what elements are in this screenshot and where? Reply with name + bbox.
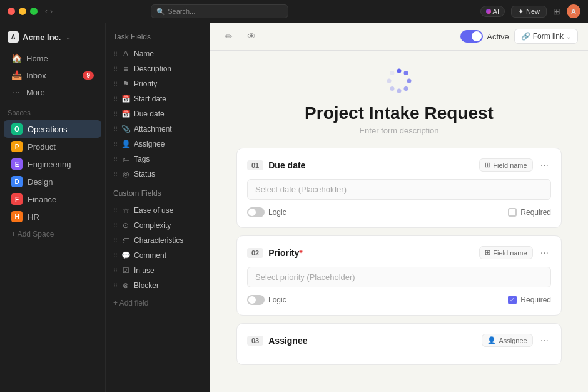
sidebar-item-product[interactable]: P Product xyxy=(4,138,101,155)
avatar[interactable]: A xyxy=(567,4,580,18)
field-item-characteristics[interactable]: ⠿ 🏷 Characteristics xyxy=(108,233,208,248)
field-item-start-date[interactable]: ⠿ 📅 Start date xyxy=(108,91,208,106)
sidebar-item-more[interactable]: ··· More xyxy=(4,84,101,100)
form-description: Enter form description xyxy=(305,126,494,135)
field-item-due-date[interactable]: ⠿ 📅 Due date xyxy=(108,106,208,121)
new-button[interactable]: ✦ New xyxy=(511,6,547,18)
svg-point-4 xyxy=(397,89,402,93)
sidebar-item-operations[interactable]: O Operations xyxy=(4,120,101,138)
card-number-02: 02 xyxy=(247,248,263,258)
home-icon: 🏠 xyxy=(11,53,21,63)
forward-icon[interactable]: › xyxy=(50,7,53,16)
active-toggle-group: Active xyxy=(460,30,509,43)
sidebar-item-home-label: Home xyxy=(26,54,48,63)
due-date-placeholder[interactable]: Select date (Placeholder) xyxy=(247,179,551,200)
maximize-button[interactable] xyxy=(30,8,38,15)
field-name-icon: ⊞ xyxy=(485,249,490,257)
drag-handle-icon: ⠿ xyxy=(113,267,118,274)
field-attachment-label: Attachment xyxy=(134,125,172,133)
field-item-comment[interactable]: ⠿ 💬 Comment xyxy=(108,248,208,263)
field-item-name[interactable]: ⠿ A Name xyxy=(108,46,208,61)
form-body: Project Intake Request Enter form descri… xyxy=(210,51,588,392)
field-description-label: Description xyxy=(134,64,171,73)
drag-handle-icon: ⠿ xyxy=(113,237,118,244)
sidebar-item-hr[interactable]: H HR xyxy=(4,208,101,225)
card-header-priority: 02 Priority* ⊞ Field name ··· xyxy=(247,246,551,259)
more-options-button-due-date[interactable]: ··· xyxy=(538,160,551,171)
required-label: Required xyxy=(520,208,551,217)
hr-space-icon: H xyxy=(11,211,23,222)
logic-toggle-due-date[interactable] xyxy=(247,207,265,217)
drag-handle-icon: ⠿ xyxy=(113,207,118,214)
sidebar-item-finance[interactable]: F Finance xyxy=(4,190,101,208)
field-comment-label: Comment xyxy=(134,251,166,260)
more-options-button-assignee[interactable]: ··· xyxy=(538,335,551,346)
field-name-label: Assignee xyxy=(499,337,527,344)
sidebar-item-inbox-label: Inbox xyxy=(26,71,46,80)
spaces-section-label: Spaces xyxy=(0,104,105,119)
field-item-tags[interactable]: ⠿ 🏷 Tags xyxy=(108,152,208,167)
card-header-assignee: 03 Assignee 👤 Assignee ··· xyxy=(247,334,551,347)
status-field-icon: ◎ xyxy=(121,170,130,178)
add-field-button[interactable]: + Add field xyxy=(106,296,210,311)
operations-space-icon: O xyxy=(11,123,23,135)
required-checkbox-due-date[interactable] xyxy=(508,208,517,217)
add-field-label: + Add field xyxy=(113,299,148,307)
custom-fields-title: Custom Fields xyxy=(106,187,210,203)
svg-point-6 xyxy=(387,79,392,83)
svg-point-2 xyxy=(407,79,412,83)
titlebar: ‹ › 🔍 Search... AI ✦ New ⊞ A xyxy=(0,0,588,23)
field-name-button-due-date[interactable]: ⊞ Field name xyxy=(479,158,532,172)
svg-point-5 xyxy=(390,86,395,91)
field-item-priority[interactable]: ⠿ ⚑ Priority xyxy=(108,76,208,91)
field-item-ease-of-use[interactable]: ⠿ ☆ Ease of use xyxy=(108,203,208,218)
required-checkbox-priority[interactable]: ✓ xyxy=(508,296,517,304)
priority-placeholder[interactable]: Select priority (Placeholder) xyxy=(247,267,551,287)
apps-icon[interactable]: ⊞ xyxy=(553,6,560,16)
preview-button[interactable]: 👁 xyxy=(243,28,260,45)
field-status-label: Status xyxy=(134,170,155,178)
field-item-description[interactable]: ⠿ ≡ Description xyxy=(108,61,208,76)
active-toggle[interactable] xyxy=(460,30,483,43)
design-space-icon: D xyxy=(11,176,23,187)
field-item-status[interactable]: ⠿ ◎ Status xyxy=(108,167,208,182)
card-footer-priority: Logic ✓ Required xyxy=(247,295,551,305)
form-link-button[interactable]: 🔗 Form link ⌄ xyxy=(514,29,578,44)
star-icon: ✦ xyxy=(518,8,524,16)
design-label: Design xyxy=(28,177,53,187)
field-item-attachment[interactable]: ⠿ 📎 Attachment xyxy=(108,121,208,137)
drag-handle-icon: ⠿ xyxy=(113,252,118,259)
close-button[interactable] xyxy=(8,8,15,15)
person-icon: 👤 xyxy=(487,336,496,344)
workspace-chevron-icon: ⌄ xyxy=(66,34,71,41)
field-name-button-assignee[interactable]: 👤 Assignee xyxy=(482,334,532,347)
card-number-03: 03 xyxy=(247,336,263,346)
form-title: Project Intake Request xyxy=(305,103,494,123)
sidebar-item-home[interactable]: 🏠 Home xyxy=(4,50,101,66)
minimize-button[interactable] xyxy=(19,8,26,15)
ease-field-icon: ☆ xyxy=(121,206,130,215)
search-bar[interactable]: 🔍 Search... xyxy=(151,4,288,18)
sidebar-item-engineering[interactable]: E Engineering xyxy=(4,155,101,173)
search-icon: 🔍 xyxy=(156,8,165,16)
field-blocker-label: Blocker xyxy=(134,281,159,290)
field-item-complexity[interactable]: ⠿ ⊙ Complexity xyxy=(108,218,208,233)
field-item-blocker[interactable]: ⠿ ⊗ Blocker xyxy=(108,278,208,293)
logic-toggle-priority[interactable] xyxy=(247,295,265,305)
attachment-field-icon: 📎 xyxy=(121,125,130,133)
add-space-button[interactable]: + Add Space xyxy=(4,227,101,242)
ai-badge[interactable]: AI xyxy=(480,6,505,17)
more-options-button-priority[interactable]: ··· xyxy=(538,247,551,259)
form-card-priority: 02 Priority* ⊞ Field name ··· Select pri… xyxy=(236,235,562,316)
field-name-button-priority[interactable]: ⊞ Field name xyxy=(479,246,532,259)
content-header: ✏ 👁 Active 🔗 Form link ⌄ xyxy=(210,23,588,51)
sidebar-item-inbox[interactable]: 📥 Inbox 9 xyxy=(4,67,101,83)
drag-handle-icon: ⠿ xyxy=(113,81,118,88)
workspace-selector[interactable]: A Acme Inc. ⌄ xyxy=(0,28,105,46)
sidebar-item-design[interactable]: D Design xyxy=(4,173,101,190)
field-item-in-use[interactable]: ⠿ ☑ In use xyxy=(108,263,208,278)
edit-button[interactable]: ✏ xyxy=(220,28,238,45)
field-item-assignee[interactable]: ⠿ 👤 Assignee xyxy=(108,137,208,152)
svg-point-0 xyxy=(397,69,402,73)
back-icon[interactable]: ‹ xyxy=(45,7,48,16)
